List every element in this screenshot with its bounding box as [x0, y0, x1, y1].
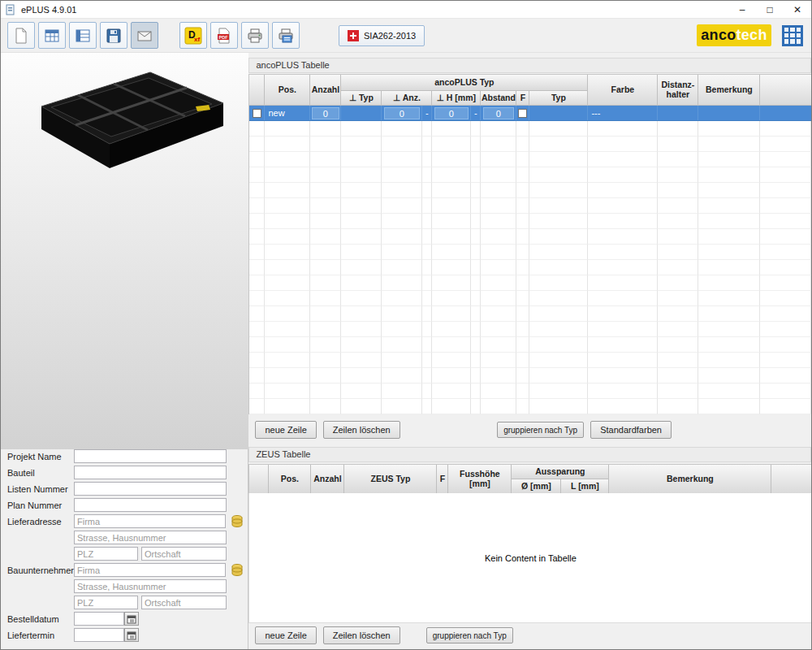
header-anzahl[interactable]: Anzahl	[310, 75, 341, 106]
bauunternehmer-firma-input[interactable]	[74, 563, 226, 577]
bestelldatum-calendar-button[interactable]	[124, 612, 139, 626]
liefertermin-calendar-button[interactable]	[124, 628, 139, 642]
zeus-group-caption: ZEUS Tabelle	[248, 447, 811, 462]
listen-nummer-input[interactable]	[74, 482, 227, 496]
zeus-new-row-button[interactable]: neue Zeile	[255, 626, 316, 644]
cell-anz-perp[interactable]: 0	[382, 106, 422, 120]
new-document-button[interactable]	[7, 22, 35, 49]
header-filler	[760, 75, 811, 106]
header-typ[interactable]: Typ	[529, 91, 588, 106]
logo-text-tech: tech	[736, 27, 767, 44]
h-perp-value[interactable]: 0	[434, 107, 469, 119]
standard-colors-button[interactable]: Standardfarben	[590, 421, 672, 439]
cell-f[interactable]	[516, 106, 529, 120]
lieferadresse-strasse-input[interactable]	[74, 531, 227, 544]
zeus-header-anzahl[interactable]: Anzahl	[311, 465, 344, 494]
liefertermin-input[interactable]	[74, 628, 124, 642]
zeus-header-durchmesser[interactable]: Ø [mm]	[512, 479, 561, 494]
abstand-value[interactable]: 0	[483, 107, 515, 119]
projekt-name-input[interactable]	[74, 449, 227, 463]
zeus-header-laenge[interactable]: L [mm]	[561, 479, 609, 494]
cell-h-perp[interactable]: 0	[432, 106, 471, 120]
print-button[interactable]	[241, 22, 269, 49]
table-export-icon	[44, 28, 60, 44]
save-button[interactable]	[100, 22, 127, 49]
table-list-button[interactable]	[69, 22, 97, 49]
plan-nummer-input[interactable]	[74, 498, 227, 512]
header-bemerkung[interactable]: Bemerkung	[698, 75, 760, 106]
table-export-button[interactable]	[38, 22, 66, 49]
f-checkbox[interactable]	[518, 109, 527, 118]
print-preview-button[interactable]	[272, 22, 300, 49]
zeus-group-by-typ-button[interactable]: gruppieren nach Typ	[426, 627, 513, 644]
svg-text:xf: xf	[194, 36, 200, 43]
maximize-button[interactable]: □	[756, 1, 784, 19]
cell-typ[interactable]	[529, 106, 588, 120]
calendar-icon	[127, 630, 136, 640]
cell-distanzhalter[interactable]	[658, 106, 698, 120]
email-icon	[136, 28, 153, 44]
ancoplus-empty-rows	[249, 121, 811, 414]
ancoplus-table-header: Pos. Anzahl ancoPLUS Typ ⊥ Typ ⊥ Anz. ⊥ …	[249, 75, 811, 106]
lieferadresse-label: Lieferadresse	[7, 517, 74, 526]
bauunternehmer-lookup-button[interactable]	[231, 563, 245, 578]
zeus-table-body: Kein Content in Tabelle	[248, 493, 812, 623]
dxf-export-button[interactable]: D xf	[179, 22, 207, 49]
cell-anzahl[interactable]: 0	[310, 106, 341, 120]
bauunternehmer-plz-input[interactable]	[74, 596, 138, 609]
lieferadresse-lookup-button[interactable]	[231, 514, 245, 529]
zeus-header-pos[interactable]: Pos.	[269, 465, 311, 494]
header-typ-perp[interactable]: ⊥ Typ	[341, 91, 382, 106]
anzahl-value[interactable]: 0	[312, 107, 339, 119]
apps-grid-icon[interactable]	[782, 25, 803, 46]
lieferadresse-ortschaft-input[interactable]	[141, 547, 227, 561]
zeus-header-filler	[771, 465, 811, 494]
row-selector-checkbox[interactable]	[253, 109, 261, 118]
cell-filler	[760, 106, 811, 120]
header-abstand[interactable]: Abstand	[481, 91, 516, 106]
lieferadresse-firma-input[interactable]	[74, 514, 226, 528]
bauunternehmer-strasse-input[interactable]	[74, 579, 227, 593]
bestelldatum-input[interactable]	[74, 612, 124, 626]
zeus-header-aussparung[interactable]: Aussparung	[512, 465, 609, 479]
zeus-header-typ[interactable]: ZEUS Typ	[344, 465, 437, 494]
logo-text-anco: anco	[701, 27, 736, 44]
liefertermin-label: Liefertermin	[7, 630, 74, 640]
minimize-button[interactable]: –	[728, 1, 756, 19]
bestelldatum-label: Bestelldatum	[7, 614, 74, 624]
cell-pos[interactable]: new	[265, 106, 310, 120]
cell-farbe[interactable]: ---	[588, 106, 658, 120]
cell-abstand[interactable]: 0	[481, 106, 516, 120]
ancoplus-row-selected[interactable]: new 0 0 - 0 - 0 ---	[249, 106, 811, 121]
bauunternehmer-ortschaft-input[interactable]	[141, 596, 227, 609]
header-h-perp[interactable]: ⊥ H [mm]	[432, 91, 481, 106]
header-f[interactable]: F	[516, 91, 529, 106]
header-farbe[interactable]: Farbe	[588, 75, 658, 106]
zeus-header-f[interactable]: F	[437, 465, 448, 494]
zeus-header-fusshoehe[interactable]: Fusshöhe [mm]	[448, 465, 512, 494]
bauteil-input[interactable]	[74, 466, 227, 479]
zeus-header-bemerkung[interactable]: Bemerkung	[609, 465, 771, 494]
ancoplus-group-by-typ-button[interactable]: gruppieren nach Typ	[497, 422, 584, 438]
cell-typ-perp[interactable]	[341, 106, 382, 120]
ancoplus-delete-rows-button[interactable]: Zeilen löschen	[323, 421, 400, 439]
email-button[interactable]	[131, 22, 158, 49]
cell-bemerkung[interactable]	[698, 106, 760, 120]
titlebar: ePLUS 4.9.01 – □ ✕	[1, 1, 811, 19]
zeus-delete-rows-button[interactable]: Zeilen löschen	[323, 626, 400, 644]
right-panel: ancoPLUS Tabelle Pos. Anzahl ancoPLUS Ty…	[248, 53, 811, 649]
header-pos[interactable]: Pos.	[265, 75, 310, 106]
sia-norm-button[interactable]: SIA262-2013	[339, 25, 425, 46]
header-distanzhalter-line2: halter	[667, 90, 690, 99]
print-icon	[247, 28, 263, 44]
lieferadresse-plz-input[interactable]	[74, 547, 138, 561]
pdf-export-button[interactable]: PDF	[210, 22, 238, 49]
header-group-ancoplus-typ[interactable]: ancoPLUS Typ	[341, 75, 588, 91]
header-anz-perp[interactable]: ⊥ Anz.	[382, 91, 432, 106]
header-distanzhalter[interactable]: Distanz- halter	[658, 75, 698, 106]
table-list-icon	[75, 28, 91, 44]
ancoplus-new-row-button[interactable]: neue Zeile	[255, 421, 316, 439]
anz-perp-value[interactable]: 0	[384, 107, 420, 119]
3d-preview-viewport[interactable]	[1, 53, 248, 449]
close-button[interactable]: ✕	[784, 1, 811, 19]
